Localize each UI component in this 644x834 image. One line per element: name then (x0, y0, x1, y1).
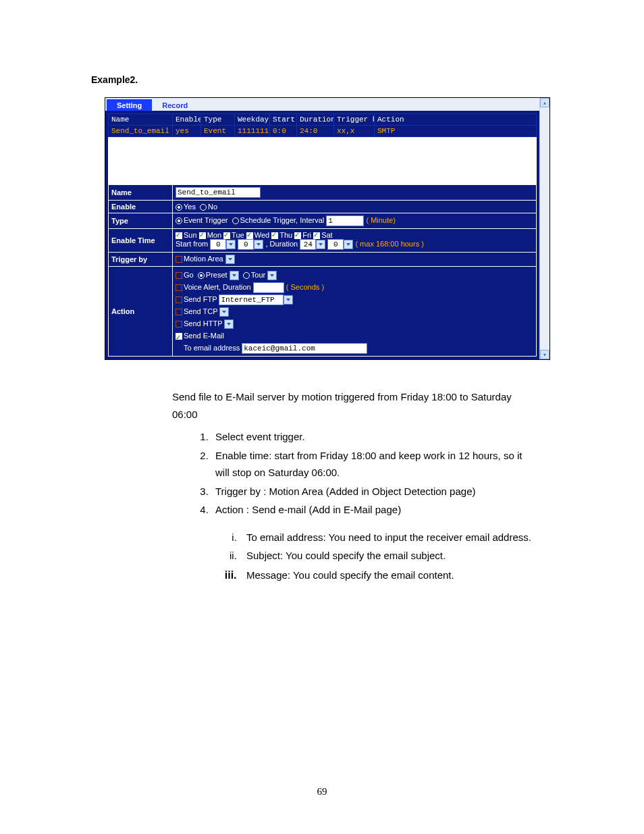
scroll-up-icon[interactable]: ▴ (540, 98, 549, 107)
day-wed: Wed (254, 231, 269, 239)
th-start: Start (270, 114, 297, 126)
tab-setting[interactable]: Setting (107, 99, 152, 111)
th-duration: Duration (297, 114, 334, 126)
ftp-dd[interactable] (284, 295, 293, 305)
th-enable: Enable (173, 114, 201, 126)
radio-event-trigger[interactable] (176, 217, 182, 224)
go-text: Go (184, 271, 194, 279)
tour-dd[interactable] (267, 271, 277, 280)
table-row[interactable]: Send_to_email yes Event 1111111 0:0 24:0… (109, 126, 537, 137)
day-fri: Fri (302, 231, 311, 239)
start-hour-dd[interactable] (226, 240, 236, 249)
voice-text: Voice Alert, Duration (184, 283, 251, 291)
step-2: Enable time: start from Friday 18:00 and… (211, 447, 537, 481)
voice-duration-input[interactable] (253, 282, 284, 293)
th-weekday: Weekday (235, 114, 270, 126)
cell-action: SMTP (375, 126, 537, 137)
chk-sat[interactable] (313, 232, 320, 239)
minute-label: ( Minute) (366, 216, 395, 224)
send-tcp-text: Send TCP (184, 307, 217, 315)
day-thu: Thu (279, 231, 292, 239)
label-name: Name (109, 185, 173, 201)
step-1: Select event trigger. (211, 428, 537, 446)
motion-area-text: Motion Area (184, 255, 223, 263)
start-min-dd[interactable] (254, 240, 263, 249)
dur-min-input[interactable] (327, 239, 344, 250)
start-hour-input[interactable] (210, 239, 226, 250)
chk-voice[interactable] (176, 284, 182, 291)
substep-i: To email address: You need to input the … (240, 529, 537, 546)
dur-min-dd[interactable] (344, 240, 353, 249)
substep-iii: Message: You could specify the email con… (240, 566, 537, 584)
tabs-bar: Setting Record (105, 98, 539, 111)
chk-send-ftp[interactable] (176, 296, 182, 303)
chk-send-email[interactable] (176, 333, 182, 340)
chk-tue[interactable] (223, 232, 230, 239)
day-sun: Sun (184, 231, 197, 239)
chk-sun[interactable] (176, 232, 182, 239)
day-mon: Mon (207, 231, 221, 239)
radio-preset[interactable] (198, 272, 205, 279)
type-sched-text: Schedule Trigger, Interval (240, 216, 325, 224)
http-dd[interactable] (224, 319, 234, 329)
label-type: Type (109, 213, 173, 229)
th-trigger: Trigger by (334, 114, 375, 126)
chk-send-http[interactable] (176, 321, 182, 328)
start-from-label: Start from (176, 240, 208, 248)
scrollbar[interactable]: ▴ ▾ (539, 98, 549, 359)
cell-enable: yes (173, 126, 201, 137)
enable-yes-text: Yes (184, 203, 196, 211)
th-action: Action (375, 114, 537, 126)
instruction-text: Send file to E-Mail server by motion tri… (172, 388, 537, 583)
scroll-down-icon[interactable]: ▾ (540, 350, 549, 359)
max-hours-label: ( max 168:00 hours ) (355, 240, 424, 248)
substep-ii: Subject: You could specify the email sub… (240, 547, 537, 565)
event-form: Name Enable Yes No (108, 184, 537, 357)
label-action: Action (109, 267, 173, 357)
settings-screenshot: Setting Record Name Enable (105, 97, 550, 360)
tour-text: Tour (251, 271, 265, 279)
cell-name: Send_to_email (109, 126, 173, 137)
type-event-text: Event Trigger (184, 216, 227, 224)
ftp-select[interactable] (219, 294, 284, 305)
label-enable-time: Enable Time (109, 229, 173, 253)
chk-send-tcp[interactable] (176, 309, 182, 315)
day-tue: Tue (232, 231, 244, 239)
cell-duration: 24:0 (297, 126, 334, 137)
start-min-input[interactable] (238, 239, 254, 250)
name-input[interactable] (176, 187, 261, 198)
dur-hour-dd[interactable] (316, 240, 325, 249)
seconds-label: ( Seconds ) (286, 283, 324, 291)
page-number: 69 (91, 786, 553, 798)
email-input[interactable] (242, 343, 367, 354)
radio-schedule-trigger[interactable] (232, 217, 239, 224)
interval-input[interactable] (326, 215, 364, 226)
radio-enable-yes[interactable] (176, 204, 182, 211)
tab-record[interactable]: Record (152, 99, 198, 111)
duration-label: , Duration (265, 240, 298, 248)
step-4: Action : Send e-mail (Add in E-Mail page… (211, 501, 537, 519)
radio-tour[interactable] (243, 272, 250, 279)
motion-area-dd[interactable] (225, 255, 235, 264)
day-sat: Sat (321, 231, 333, 239)
chk-go[interactable] (176, 272, 182, 279)
chk-motion-area[interactable] (176, 256, 182, 263)
preset-text: Preset (206, 271, 227, 279)
empty-list-area (108, 137, 537, 184)
scroll-track[interactable] (540, 107, 549, 350)
send-email-text: Send E-Mail (184, 332, 224, 340)
chk-wed[interactable] (246, 232, 253, 239)
enable-no-text: No (208, 203, 217, 211)
chk-thu[interactable] (271, 232, 278, 239)
send-http-text: Send HTTP (184, 319, 222, 328)
radio-enable-no[interactable] (200, 204, 207, 211)
tcp-dd[interactable] (219, 307, 229, 317)
th-type: Type (201, 114, 235, 126)
chk-fri[interactable] (294, 232, 301, 239)
dur-hour-input[interactable] (300, 239, 316, 250)
intro-paragraph: Send file to E-Mail server by motion tri… (172, 388, 537, 423)
chk-mon[interactable] (199, 232, 206, 239)
cell-start: 0:0 (270, 126, 297, 137)
preset-dd[interactable] (230, 271, 239, 280)
events-table: Name Enable Type Weekday Start Duration … (108, 113, 537, 137)
